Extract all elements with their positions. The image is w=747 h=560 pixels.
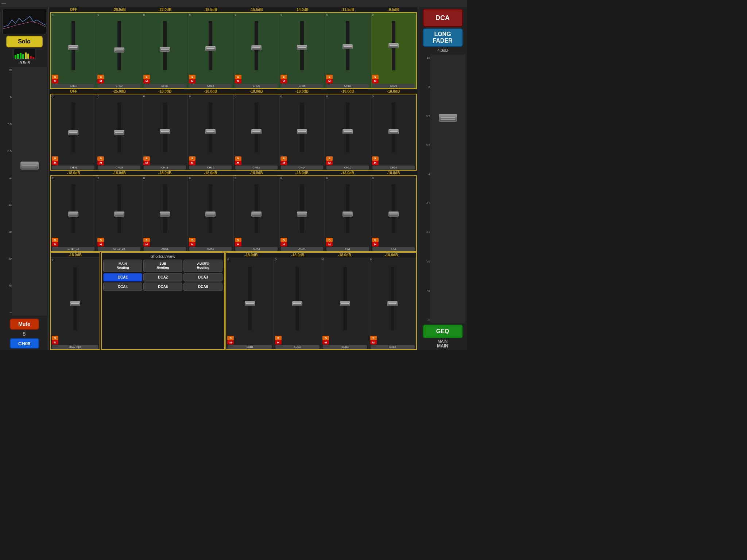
ch08-s-btn[interactable]: S [372,75,379,79]
dca3-button[interactable]: DCA3 [183,273,222,281]
ch10-fader[interactable] [97,98,141,156]
ch10-s-btn[interactable]: S [97,156,104,161]
ch16-s-btn[interactable]: S [372,156,379,161]
left-fader-knob[interactable] [20,162,39,170]
usbtape-s-btn[interactable]: S [52,336,58,340]
aux3-m-btn[interactable]: M [235,242,241,246]
aux2-fader[interactable] [188,180,233,238]
right-fader-track[interactable] [430,55,465,323]
ch11-m-btn[interactable]: M [143,161,150,165]
ch05-s-btn[interactable]: S [235,75,241,79]
ch16-m-btn[interactable]: M [372,161,379,165]
ch14-m-btn[interactable]: M [280,161,287,165]
aux1-s-btn[interactable]: S [143,238,150,242]
ch04-s-btn[interactable]: S [189,75,196,79]
ch02-s-btn[interactable]: S [97,75,104,79]
right-fader-knob[interactable] [439,114,457,122]
aux1-m-btn[interactable]: M [143,242,150,246]
dca2-button[interactable]: DCA2 [143,273,182,281]
ch12-m-btn[interactable]: M [189,161,196,165]
long-fader-button[interactable]: LONG FADER [423,28,463,47]
ch01-fader[interactable] [51,16,96,75]
ch15-m-btn[interactable]: M [326,161,333,165]
ch12-fader[interactable] [188,98,233,156]
aux4-s-btn[interactable]: S [280,238,287,242]
ch04-m-btn[interactable]: M [189,79,196,83]
ch15-s-btn[interactable]: S [326,156,333,161]
sub2-m-btn[interactable]: M [275,340,282,345]
ch19-20-fader[interactable] [97,180,141,238]
ch19-20-s-btn[interactable]: S [97,238,104,242]
aux1-fader[interactable] [143,180,187,238]
sub4-m-btn[interactable]: M [370,340,377,345]
ch16-fader[interactable] [371,98,416,156]
sub2-fader[interactable] [274,261,321,336]
dca1-button[interactable]: DCA1 [103,273,142,281]
fx2-fader[interactable] [371,180,416,238]
ch14-s-btn[interactable]: S [280,156,287,161]
left-fader-track[interactable] [12,67,47,316]
sub4-fader[interactable] [369,261,416,336]
fx2-s-btn[interactable]: S [372,238,379,242]
ch07-s-btn[interactable]: S [326,75,333,79]
ch15-fader[interactable] [325,98,370,156]
ch03-fader[interactable] [143,16,187,75]
ch17-18-m-btn[interactable]: M [52,242,58,246]
ch11-s-btn[interactable]: S [143,156,150,161]
ch03-m-btn[interactable]: M [143,79,150,83]
sub1-s-btn[interactable]: S [227,336,234,340]
mute-button[interactable]: Mute [10,319,39,330]
aux2-m-btn[interactable]: M [189,242,196,246]
ch01-m-btn[interactable]: M [52,79,58,83]
ch02-m-btn[interactable]: M [97,79,104,83]
sub3-fader[interactable] [322,261,368,336]
ch19-20-m-btn[interactable]: M [97,242,104,246]
aux4-fader[interactable] [280,180,324,238]
ch09-s-btn[interactable]: S [52,156,58,161]
ch09-m-btn[interactable]: M [52,161,58,165]
fx1-fader[interactable] [325,180,370,238]
sub4-s-btn[interactable]: S [370,336,377,340]
solo-button[interactable]: Solo [6,36,43,47]
ch06-s-btn[interactable]: S [280,75,287,79]
dca5-button[interactable]: DCA5 [143,283,182,291]
usbtape-m-btn[interactable]: M [52,340,58,345]
ch13-fader[interactable] [234,98,279,156]
dca-button[interactable]: DCA [423,9,463,27]
sub-routing-button[interactable]: SUBRouting [143,260,182,272]
ch05-m-btn[interactable]: M [235,79,241,83]
fx1-s-btn[interactable]: S [326,238,333,242]
ch01-s-btn[interactable]: S [52,75,58,79]
ch08-m-btn[interactable]: M [372,79,379,83]
ch06-m-btn[interactable]: M [280,79,287,83]
sub3-m-btn[interactable]: M [322,340,329,345]
ch11-fader[interactable] [143,98,187,156]
sub1-fader[interactable] [227,261,273,336]
aux4-m-btn[interactable]: M [280,242,287,246]
aux3-fader[interactable] [234,180,279,238]
ch04-fader[interactable] [188,16,233,75]
ch13-m-btn[interactable]: M [235,161,241,165]
fx1-m-btn[interactable]: M [326,242,333,246]
ch05-fader[interactable] [234,16,279,75]
aux-fx-routing-button[interactable]: AUX/FXRouting [183,260,222,272]
sub1-m-btn[interactable]: M [227,340,234,345]
dca6-button[interactable]: DCA6 [183,283,222,291]
ch07-m-btn[interactable]: M [326,79,333,83]
ch14-fader[interactable] [280,98,324,156]
fx2-m-btn[interactable]: M [372,242,379,246]
ch12-s-btn[interactable]: S [189,156,196,161]
aux3-s-btn[interactable]: S [235,238,241,242]
geq-button[interactable]: GEQ [423,324,463,338]
ch10-m-btn[interactable]: M [97,161,104,165]
ch08-fader[interactable] [371,16,416,75]
main-routing-button[interactable]: MAINRouting [103,260,142,272]
ch06-fader[interactable] [280,16,324,75]
dca4-button[interactable]: DCA4 [103,283,142,291]
left-fader[interactable]: 10 6 3.5 0.5 -4 -11 -18 -30 -45 -∞ [1,66,47,317]
usbtape-fader[interactable] [51,261,99,336]
ch03-s-btn[interactable]: S [143,75,150,79]
sub3-s-btn[interactable]: S [322,336,329,340]
ch17-18-fader[interactable] [51,180,96,238]
sub2-s-btn[interactable]: S [275,336,282,340]
